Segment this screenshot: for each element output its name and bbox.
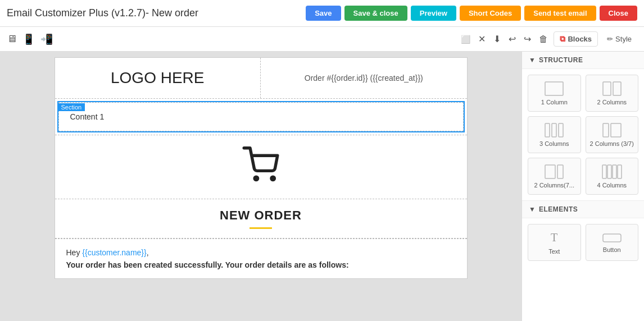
structure-chevron: ▼ — [529, 56, 536, 64]
customer-greeting: Hey {{customer.name}}, — [66, 248, 456, 257]
svg-rect-13 — [607, 165, 611, 178]
layout-3-columns[interactable]: 3 Columns — [528, 116, 581, 153]
redo-icon[interactable]: ↪ — [521, 33, 533, 45]
2col-icon — [602, 81, 622, 97]
delete-icon[interactable]: 🗑 — [537, 33, 550, 45]
toolbar-right: ⬜ ✕ ⬇ ↩ ↪ 🗑 ⧉ Blocks ✏ Style — [459, 31, 637, 47]
order-code-cell: Order #{{order.id}} ({{created_at}}) — [261, 58, 467, 98]
svg-rect-11 — [557, 165, 563, 178]
2col7-label: 2 Columns(7... — [534, 182, 574, 189]
structure-header[interactable]: ▼ STRUCTURE — [522, 52, 644, 69]
svg-rect-4 — [613, 82, 621, 95]
elements-grid: T Text Button — [522, 218, 644, 267]
svg-rect-8 — [603, 123, 609, 137]
text-element-label: Text — [548, 248, 560, 255]
svg-rect-6 — [552, 123, 556, 137]
right-panel: ▼ STRUCTURE 1 Column 2 Columns — [521, 52, 644, 321]
header-buttons: Save Save & close Preview Short Codes Se… — [306, 6, 637, 21]
cart-svg — [241, 146, 280, 183]
layout-4-columns[interactable]: 4 Columns — [586, 158, 639, 195]
svg-point-1 — [271, 177, 274, 180]
content-section-wrapper: Section Content 1 — [55, 101, 467, 132]
section-badge: Section — [58, 102, 85, 112]
svg-rect-9 — [611, 123, 621, 137]
element-text[interactable]: T Text — [528, 224, 581, 261]
content-1-text: Content 1 — [70, 112, 105, 121]
close-button[interactable]: Close — [600, 6, 637, 21]
cart-icon — [241, 146, 280, 187]
svg-rect-7 — [559, 123, 563, 137]
canvas-area: LOGO HERE Order #{{order.id}} ({{created… — [0, 52, 521, 321]
svg-point-0 — [255, 177, 257, 180]
button-element-label: Button — [603, 246, 621, 253]
layout-2-columns[interactable]: 2 Columns — [586, 75, 639, 112]
logo-left-cell: LOGO HERE — [55, 58, 261, 98]
order-code-text: Order #{{order.id}} ({{created_at}}) — [305, 74, 423, 82]
undo-icon[interactable]: ↩ — [506, 33, 518, 45]
download-icon[interactable]: ⬇ — [491, 33, 503, 45]
blocks-grid-icon: ⧉ — [560, 34, 565, 44]
new-order-title: NEW ORDER — [64, 208, 458, 223]
style-label: Style — [615, 35, 632, 43]
cart-section — [55, 135, 467, 199]
logo-section: LOGO HERE Order #{{order.id}} ({{created… — [55, 58, 467, 99]
select-icon[interactable]: ⬜ — [459, 34, 473, 45]
content-inner: Content 1 — [58, 102, 464, 131]
svg-rect-3 — [603, 82, 611, 95]
logo-normal: HERE — [156, 69, 205, 86]
svg-rect-10 — [545, 165, 555, 178]
preview-button[interactable]: Preview — [411, 6, 456, 21]
svg-rect-17 — [603, 234, 621, 242]
content-section[interactable]: Section Content 1 — [57, 101, 465, 132]
3col-icon — [544, 122, 564, 138]
elements-title: ELEMENTS — [539, 205, 578, 213]
send-test-button[interactable]: Send test email — [524, 6, 596, 21]
elements-section: ▼ ELEMENTS T Text Button — [522, 200, 644, 267]
blocks-button[interactable]: ⧉ Blocks — [554, 31, 598, 47]
pencil-icon: ✏ — [607, 35, 613, 43]
short-codes-button[interactable]: Short Codes — [460, 6, 521, 21]
mobile-icon[interactable]: 📲 — [40, 33, 53, 45]
layout-2col-37[interactable]: 2 Columns (3/7) — [586, 116, 639, 153]
svg-rect-5 — [545, 123, 550, 137]
svg-rect-12 — [602, 165, 606, 178]
customer-section: Hey {{customer.name}}, Your order has be… — [55, 239, 467, 278]
new-order-section: NEW ORDER — [55, 199, 467, 239]
main-layout: LOGO HERE Order #{{order.id}} ({{created… — [0, 52, 644, 321]
elements-header[interactable]: ▼ ELEMENTS — [522, 201, 644, 218]
svg-rect-14 — [613, 165, 616, 178]
2col37-icon — [602, 122, 622, 138]
customer-sub-text: Your order has been created successfully… — [66, 260, 456, 269]
toolbar-left: 🖥 📱 📲 — [7, 33, 53, 45]
move-icon[interactable]: ✕ — [476, 33, 488, 45]
text-element-icon: T — [546, 230, 563, 246]
desktop-icon[interactable]: 🖥 — [7, 33, 17, 45]
element-button[interactable]: Button — [586, 224, 639, 261]
layout-1-column[interactable]: 1 Column — [528, 75, 581, 112]
page-title: Email Customizer Plus (v1.2.7)- New orde… — [7, 7, 198, 19]
logo-text: LOGO HERE — [111, 69, 205, 87]
button-element-icon — [602, 232, 622, 244]
svg-rect-2 — [545, 82, 563, 95]
4col-label: 4 Columns — [597, 182, 627, 189]
tablet-icon[interactable]: 📱 — [22, 33, 35, 45]
elements-chevron: ▼ — [529, 205, 536, 213]
svg-rect-15 — [618, 165, 622, 178]
structure-grid: 1 Column 2 Columns 3 Columns — [522, 69, 644, 200]
2col37-label: 2 Columns (3/7) — [590, 140, 634, 147]
style-button[interactable]: ✏ Style — [601, 33, 637, 45]
blocks-label: Blocks — [568, 35, 592, 43]
toolbar: 🖥 📱 📲 ⬜ ✕ ⬇ ↩ ↪ 🗑 ⧉ Blocks ✏ Style — [0, 27, 644, 52]
2col-label: 2 Columns — [597, 99, 627, 106]
4col-icon — [602, 164, 622, 180]
save-button[interactable]: Save — [306, 6, 341, 21]
save-close-button[interactable]: Save & close — [344, 6, 407, 21]
2col7-icon — [544, 164, 564, 180]
logo-bold: LOGO — [111, 69, 156, 86]
header-bar: Email Customizer Plus (v1.2.7)- New orde… — [0, 0, 644, 27]
svg-text:T: T — [551, 231, 557, 244]
new-order-divider — [250, 227, 272, 229]
1col-icon — [544, 81, 564, 97]
section-label-text: Section — [58, 103, 85, 111]
layout-2col-7[interactable]: 2 Columns(7... — [528, 158, 581, 195]
